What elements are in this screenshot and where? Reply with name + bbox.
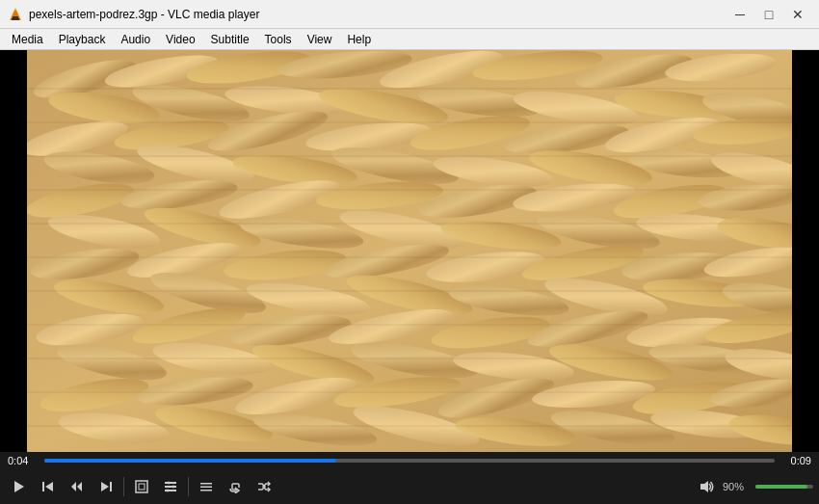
video-content <box>0 50 819 452</box>
separator-1 <box>123 477 124 496</box>
menu-help[interactable]: Help <box>339 29 379 50</box>
seek-fill <box>44 459 336 463</box>
volume-track[interactable] <box>755 485 813 489</box>
extended-settings-button[interactable] <box>157 473 184 500</box>
loop-button[interactable] <box>222 473 249 500</box>
previous-icon <box>41 480 55 493</box>
svg-rect-128 <box>172 486 174 488</box>
volume-button[interactable] <box>696 473 719 500</box>
svg-rect-113 <box>42 482 44 491</box>
vlc-icon <box>8 7 23 22</box>
svg-rect-129 <box>167 490 169 491</box>
svg-rect-119 <box>136 481 147 492</box>
svg-rect-131 <box>200 487 212 489</box>
svg-rect-130 <box>200 483 212 485</box>
svg-marker-114 <box>45 482 53 491</box>
title-left: pexels-artem-podrez.3gp - VLC media play… <box>8 7 259 22</box>
title-controls: ─ □ ✕ <box>727 5 811 24</box>
close-button[interactable]: ✕ <box>784 5 811 24</box>
svg-rect-132 <box>200 490 212 491</box>
menu-playback[interactable]: Playback <box>51 29 114 50</box>
fullscreen-button[interactable] <box>128 473 155 500</box>
step-forward-icon <box>99 480 113 493</box>
shuffle-icon <box>257 480 271 493</box>
svg-rect-127 <box>168 482 170 484</box>
title-text: pexels-artem-podrez.3gp - VLC media play… <box>29 8 259 21</box>
menu-video[interactable]: Video <box>158 29 202 50</box>
seek-track[interactable] <box>44 459 775 463</box>
seek-bar-area: 0:04 0:09 <box>0 452 819 469</box>
time-end: 0:09 <box>780 455 811 466</box>
video-frame <box>27 50 792 452</box>
menu-media[interactable]: Media <box>4 29 51 50</box>
separator-2 <box>188 477 189 496</box>
extended-settings-icon <box>164 480 177 493</box>
svg-marker-112 <box>14 481 24 492</box>
volume-area: 90% <box>696 473 813 500</box>
loop-icon <box>228 480 242 493</box>
svg-marker-115 <box>71 482 76 491</box>
menu-subtitle[interactable]: Subtitle <box>203 29 257 50</box>
menu-bar: Media Playback Audio Video Subtitle Tool… <box>0 29 819 50</box>
svg-rect-117 <box>110 482 112 491</box>
previous-button[interactable] <box>35 473 62 500</box>
svg-rect-2 <box>13 16 18 18</box>
play-button[interactable] <box>6 473 33 500</box>
title-bar: pexels-artem-podrez.3gp - VLC media play… <box>0 0 819 29</box>
shuffle-button[interactable] <box>251 473 277 500</box>
controls-bar: 90% <box>0 469 819 504</box>
menu-tools[interactable]: Tools <box>257 29 300 50</box>
maximize-button[interactable]: □ <box>755 5 782 24</box>
svg-rect-3 <box>12 18 19 20</box>
svg-marker-133 <box>700 481 708 492</box>
svg-rect-120 <box>139 484 145 490</box>
step-back-button[interactable] <box>64 473 91 500</box>
fullscreen-icon <box>135 480 148 493</box>
minimize-button[interactable]: ─ <box>727 5 753 24</box>
play-icon <box>13 480 26 493</box>
svg-rect-121 <box>165 482 176 484</box>
step-forward-button[interactable] <box>92 473 119 500</box>
menu-view[interactable]: View <box>300 29 340 50</box>
svg-marker-118 <box>101 482 109 491</box>
playlist-button[interactable] <box>193 473 220 500</box>
step-back-icon <box>70 480 84 493</box>
volume-fill <box>755 485 807 489</box>
video-area[interactable] <box>0 50 819 452</box>
volume-percent: 90% <box>723 481 752 492</box>
time-current: 0:04 <box>8 455 39 466</box>
playlist-icon <box>199 480 213 493</box>
volume-icon <box>700 479 715 494</box>
svg-marker-116 <box>77 482 82 491</box>
menu-audio[interactable]: Audio <box>113 29 158 50</box>
